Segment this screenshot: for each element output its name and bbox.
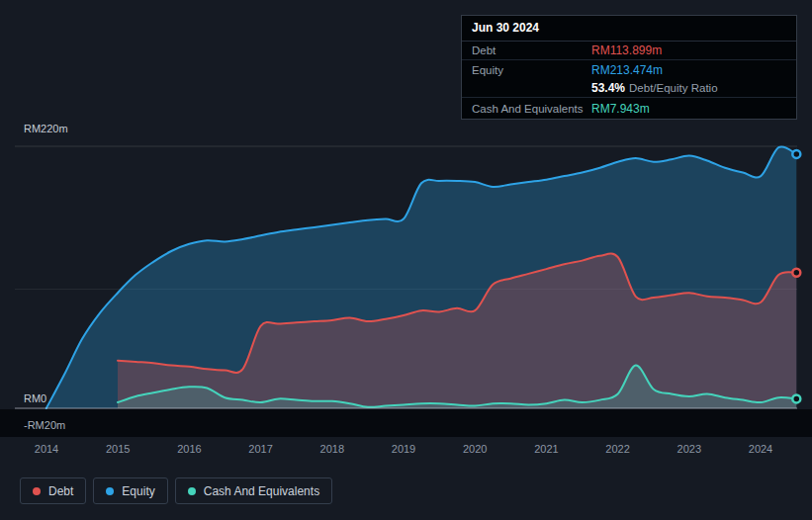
tooltip-ratio-value: 53.4%Debt/Equity Ratio [591,81,718,95]
y-axis-label-negative: -RM20m [24,419,65,431]
tooltip-debt-value: RM113.899m [591,43,662,57]
legend-label-debt: Debt [48,484,73,498]
x-tick-2018: 2018 [320,443,344,455]
tooltip-debt-label: Debt [472,44,591,56]
debt-series-dot-icon [33,487,41,495]
tooltip-cash-row: Cash And Equivalents RM7.943m [462,98,796,119]
equity-series-dot-icon [106,487,114,495]
y-axis-label-top: RM220m [24,123,68,134]
legend-label-equity: Equity [122,484,154,498]
tooltip-cash-value: RM7.943m [591,102,650,116]
x-tick-2017: 2017 [248,443,272,455]
x-tick-2024: 2024 [749,443,772,455]
tooltip-cash-label: Cash And Equivalents [472,103,591,115]
x-tick-2022: 2022 [605,443,629,455]
chart-tooltip: Jun 30 2024 Debt RM113.899m Equity RM213… [461,15,797,120]
x-axis-labels: 2014 2015 2016 2017 2018 2019 2020 2021 … [0,443,812,457]
legend-label-cash: Cash And Equivalents [204,484,319,498]
cash-series-dot-icon [188,487,196,495]
y-axis-label-zero: RM0 [24,392,46,404]
x-tick-2023: 2023 [677,443,701,455]
tooltip-debt-row: Debt RM113.899m [462,42,796,60]
tooltip-equity-value: RM213.474m [591,63,663,77]
x-tick-2021: 2021 [534,443,558,455]
x-tick-2014: 2014 [35,443,58,455]
x-tick-2015: 2015 [106,443,130,455]
legend-item-debt[interactable]: Debt [20,477,86,504]
x-tick-2016: 2016 [177,443,201,455]
tooltip-equity-row: Equity RM213.474m [462,60,796,79]
tooltip-equity-label: Equity [472,64,591,76]
chart-legend: Debt Equity Cash And Equivalents [20,477,332,504]
x-tick-2020: 2020 [463,443,487,455]
tooltip-ratio-text: Debt/Equity Ratio [629,82,718,94]
tooltip-date: Jun 30 2024 [462,16,796,42]
legend-item-cash[interactable]: Cash And Equivalents [175,477,332,504]
x-tick-2019: 2019 [392,443,415,455]
tooltip-ratio-row: 53.4%Debt/Equity Ratio [462,79,796,98]
legend-item-equity[interactable]: Equity [93,477,167,504]
tooltip-ratio-percent: 53.4% [591,81,625,95]
